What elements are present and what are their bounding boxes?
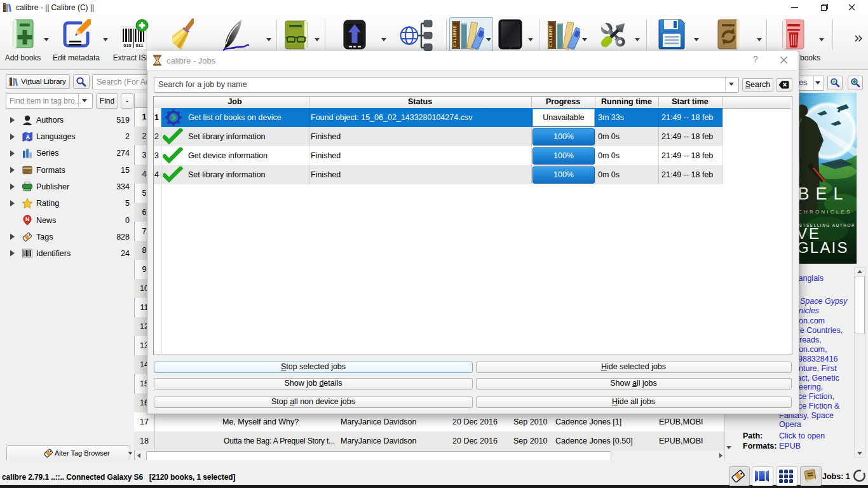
- svg-text:CALIBRE: CALIBRE: [548, 25, 553, 48]
- svg-text:CHRONICLES: CHRONICLES: [798, 209, 851, 215]
- svg-text:CALIBRE: CALIBRE: [452, 25, 457, 48]
- svg-text:GLAIS: GLAIS: [797, 239, 849, 256]
- svg-text:010: 010: [123, 43, 132, 48]
- svg-text:BEL: BEL: [797, 184, 849, 203]
- svg-text:N: N: [25, 216, 29, 222]
- svg-text:011: 011: [135, 43, 143, 48]
- svg-text:A: A: [26, 133, 31, 140]
